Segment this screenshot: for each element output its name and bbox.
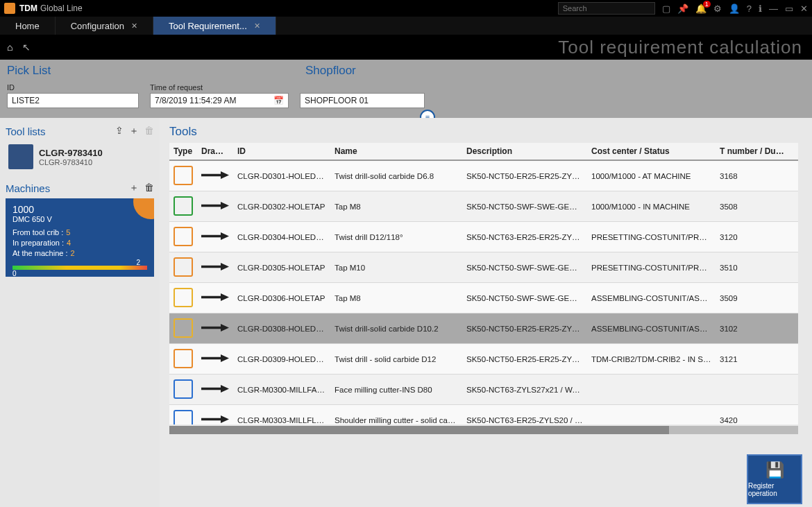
close-icon[interactable]: ✕ (131, 22, 137, 31)
cell-name: Tap M8 (330, 203, 462, 211)
cell-tnumber: 3420 (716, 416, 792, 424)
grid-header: Type Drawing ID Name Description Cost ce… (169, 143, 798, 161)
delete-icon[interactable]: 🗑 (144, 125, 154, 137)
cell-id: CLGR-M0303-MILLFLATSTRAIGHT (233, 416, 330, 424)
cell-description: SK50-NCT50-ER25-ER25-ZYLS12 / Walter (462, 355, 587, 363)
time-input[interactable]: 7/8/2019 11:54:29 AM 📅 (150, 93, 289, 108)
save-icon: 💾 (766, 461, 784, 479)
type-icon (174, 349, 193, 368)
type-icon (174, 379, 193, 399)
shopfloor-heading: Shopfloor (305, 64, 356, 78)
search-input[interactable] (558, 2, 655, 15)
type-icon (174, 196, 193, 216)
cell-name: Tap M10 (330, 264, 462, 272)
calendar-icon[interactable]: 📅 (273, 96, 284, 105)
user-icon[interactable]: 👤 (729, 3, 740, 14)
drawing-icon (201, 383, 229, 395)
export-icon[interactable]: ⇪ (115, 125, 124, 137)
tab-configuration[interactable]: Configuration✕ (56, 17, 153, 35)
cell-id: CLGR-D0304-HOLEDRILL (233, 233, 330, 241)
cell-description: SK50-NCT50-ER25-ER25-ZYLS8 / Walter (462, 172, 587, 180)
table-row[interactable]: CLGR-D0308-HOLEDRILLTwist drill-solid ca… (169, 313, 798, 344)
help-icon[interactable]: ? (747, 3, 752, 14)
delete-icon[interactable]: 🗑 (144, 182, 154, 194)
cell-tnumber: 3508 (716, 203, 792, 211)
pin-icon[interactable]: 📌 (677, 3, 688, 14)
id-input[interactable]: LISTE2 (7, 93, 139, 108)
col-type[interactable]: Type (169, 146, 197, 156)
cell-costcenter: ASSEMBLING-COSTUNIT/ASSEMBLING-WORKPLACE (587, 325, 716, 333)
maximize-icon[interactable]: ▭ (785, 3, 793, 14)
machine-load-bar: 2 0 (12, 266, 147, 270)
cell-description: SK50-NCT63-ER25-ZYLS20 / Walter (462, 416, 587, 424)
machines-heading: Machines (6, 182, 50, 194)
table-row[interactable]: CLGR-M0300-MILLFACEFace milling cutter-I… (169, 375, 798, 405)
app-subtitle: Global Line (40, 3, 83, 13)
type-icon (174, 288, 193, 307)
minimize-icon[interactable]: — (769, 3, 778, 14)
table-row[interactable]: CLGR-D0309-HOLEDRILLTwist drill - solid … (169, 344, 798, 375)
home-icon[interactable]: ⌂ (7, 42, 12, 53)
machine-card[interactable]: 1000 DMC 650 V From tool crib :5 In prep… (6, 198, 154, 277)
table-row[interactable]: CLGR-D0301-HOLEDRILLTwist drill-solid ca… (169, 161, 798, 191)
cell-name: Twist drill D12/118° (330, 233, 462, 241)
tools-grid: Type Drawing ID Name Description Cost ce… (169, 143, 798, 434)
tab-label: Home (15, 21, 40, 31)
tab-label: Tool Requirement... (169, 21, 247, 31)
col-description[interactable]: Description (462, 146, 587, 156)
shopfloor-input[interactable]: SHOPFLOOR 01 (300, 93, 425, 108)
cell-costcenter: 1000/M1000 - AT MACHINE (587, 172, 716, 180)
drawing-icon (201, 230, 229, 243)
col-costcenter[interactable]: Cost center / Status (587, 146, 716, 156)
table-row[interactable]: CLGR-D0304-HOLEDRILLTwist drill D12/118°… (169, 222, 798, 252)
info-icon[interactable]: ℹ (759, 3, 762, 14)
grid-body[interactable]: CLGR-D0301-HOLEDRILLTwist drill-solid ca… (169, 161, 798, 424)
register-label: Register operation (748, 482, 801, 497)
drawing-icon (201, 322, 229, 334)
table-row[interactable]: CLGR-D0306-HOLETAPTap M8SK50-NCT50-SWF-S… (169, 283, 798, 313)
add-icon[interactable]: ＋ (129, 125, 139, 137)
tab-tool-requirement[interactable]: Tool Requirement...✕ (153, 17, 276, 35)
col-name[interactable]: Name (330, 146, 462, 156)
register-operation-button[interactable]: 💾 Register operation (747, 454, 802, 504)
filter-panel: Pick List Shopfloor ID LISTE2 Time of re… (0, 60, 812, 118)
tool-list-item[interactable]: CLGR-9783410 CLGR-9783410 (6, 141, 154, 172)
cell-id: CLGR-D0308-HOLEDRILL (233, 325, 330, 333)
id-label: ID (7, 83, 139, 92)
cell-costcenter: PRESETTING-COSTUNIT/PRESETTING-WORKPLACE (587, 233, 716, 241)
horizontal-scrollbar[interactable] (169, 426, 798, 434)
col-id[interactable]: ID (233, 146, 330, 156)
cursor-icon[interactable]: ↖ (22, 42, 31, 53)
close-icon[interactable]: ✕ (254, 22, 260, 31)
col-tnumber[interactable]: T number / Duplo number (716, 146, 792, 156)
cell-name: Face milling cutter-INS D80 (330, 386, 462, 394)
picklist-heading: Pick List (7, 64, 51, 78)
notification-badge: 1 (703, 1, 711, 8)
tab-strip: Home Configuration✕ Tool Requirement...✕ (0, 17, 812, 35)
tab-home[interactable]: Home (0, 17, 56, 35)
cell-costcenter: PRESETTING-COSTUNIT/PRESETTING-WORKPLACE (587, 264, 716, 272)
machine-name: DMC 650 V (12, 215, 147, 223)
cell-costcenter: TDM-CRIB2/TDM-CRIB2 - IN STOCK (587, 355, 716, 363)
drawing-icon (201, 291, 229, 304)
notifications-icon[interactable]: 🔔1 (695, 3, 707, 14)
cell-description: SK50-NCT63-ZYLS27x21 / Walter (462, 386, 587, 394)
main-panel: Tools Type Drawing ID Name Description C… (160, 118, 812, 507)
col-drawing[interactable]: Drawing (197, 146, 233, 156)
cell-description: SK50-NCT63-ER25-ER25-ZYLS12 / Walter (462, 233, 587, 241)
gear-icon[interactable]: ⚙ (713, 3, 722, 14)
table-row[interactable]: CLGR-D0305-HOLETAPTap M10SK50-NCT50-SWF-… (169, 252, 798, 283)
layout-icon[interactable]: ▢ (662, 3, 670, 14)
cell-tnumber: 3102 (716, 325, 792, 333)
type-icon (174, 166, 193, 185)
add-icon[interactable]: ＋ (129, 182, 139, 194)
type-icon (174, 318, 193, 338)
table-row[interactable]: CLGR-M0303-MILLFLATSTRAIGHTShoulder mill… (169, 405, 798, 424)
table-row[interactable]: CLGR-D0302-HOLETAPTap M8SK50-NCT50-SWF-S… (169, 191, 798, 222)
cell-tnumber: 3168 (716, 172, 792, 180)
close-icon[interactable]: ✕ (800, 3, 808, 14)
cell-id: CLGR-M0300-MILLFACE (233, 386, 330, 394)
type-icon (174, 410, 193, 425)
cell-costcenter: ASSEMBLING-COSTUNIT/ASSEMBLING-WORKPLACE (587, 294, 716, 302)
cell-description: SK50-NCT50-SWF-SWE-GEWB8 / Coromant (462, 264, 587, 272)
